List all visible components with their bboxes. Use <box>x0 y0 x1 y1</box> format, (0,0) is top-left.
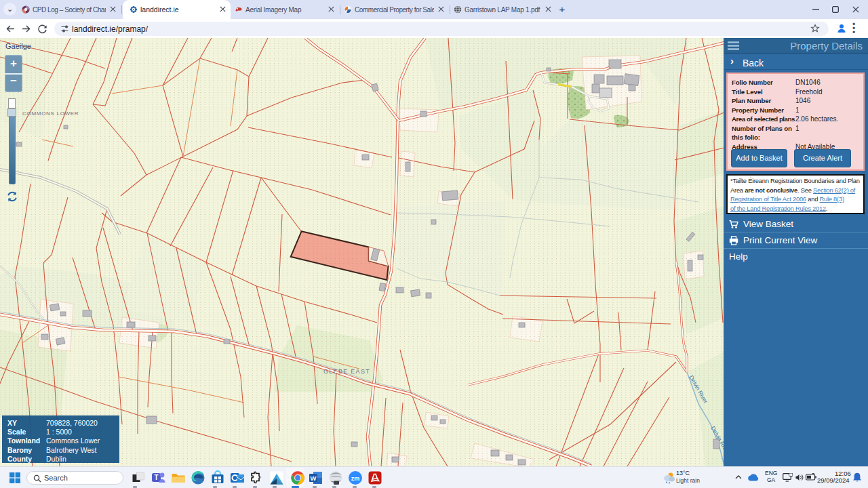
svg-text:W: W <box>311 474 317 482</box>
svg-text:COMMONS LOWER: COMMONS LOWER <box>22 110 79 117</box>
svg-text:zm: zm <box>351 475 360 482</box>
svg-text:GLEBE EAST: GLEBE EAST <box>323 368 370 375</box>
svg-text:T: T <box>154 474 158 481</box>
